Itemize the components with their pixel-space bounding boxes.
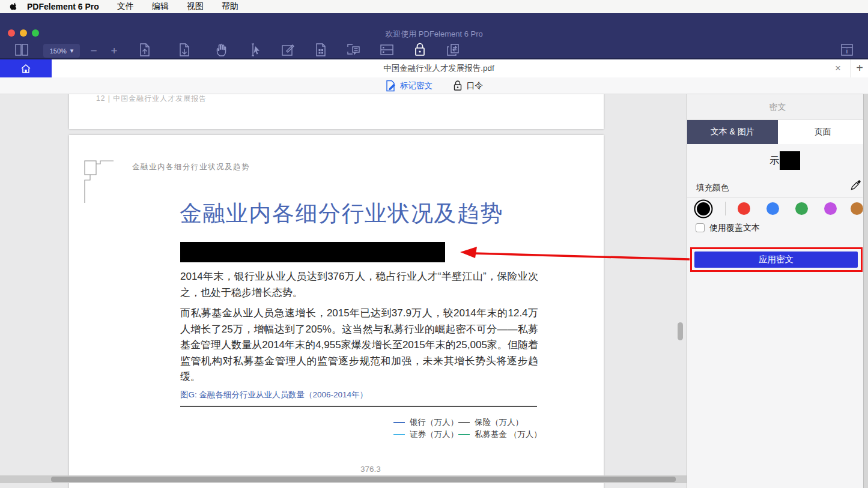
convert-icon [437,41,469,59]
page-down-icon [168,41,201,59]
panel-title: 密文 [687,94,868,119]
legend-item-bank: 银行（万人） [393,417,458,428]
chevron-down-icon: ▾ [70,47,74,55]
document-viewport[interactable]: 12 | 中国金融行业人才发展报告 金融业内各细分行业状况及趋势 金融业内各细分… [0,94,687,488]
form-icon [371,41,403,59]
overlay-text-label: 使用覆盖文本 [709,223,760,233]
paragraph: 2014年末，银行业从业人员达到376万人，稳占行业人才“半壁江山”，保险业次之… [180,269,538,301]
format-info-icon: i [831,41,863,59]
mark-redaction-label: 标记密文 [400,80,432,91]
menu-edit[interactable]: 编辑 [152,1,169,12]
view-panes-icon [5,41,38,59]
section-decoration [84,158,118,203]
pdf-page-previous: 12 | 中国金融行业人才发展报告 [69,94,604,129]
menu-file[interactable]: 文件 [117,1,134,12]
eyedropper-icon[interactable] [851,179,861,190]
app-window: PDFelement 6 Pro 文件 编辑 视图 帮助 欢迎使用 PDFele… [0,0,868,488]
color-swatch-purple[interactable] [824,202,837,215]
color-swatch-blue[interactable] [766,202,779,215]
hand-icon [205,41,238,59]
password-label: 口令 [467,80,483,91]
zoom-level-value: 150% [50,47,67,55]
legend-line-swatch [393,422,405,424]
divider [687,197,863,197]
preview-redaction-box [780,151,800,170]
redaction-preview: 示 [687,151,868,173]
overlay-text-checkbox[interactable] [696,223,705,232]
chart-data-label: 376.3 [341,465,401,474]
edit-pencil-icon [272,41,304,59]
macos-menu-bar: PDFelement 6 Pro 文件 编辑 视图 帮助 [0,0,868,13]
legend-item-private-fund: 私募基金 （万人） [458,429,542,440]
redaction-marked-box[interactable] [180,242,445,262]
welcome-text: 欢迎使用 PDFelement 6 Pro [0,29,868,40]
paragraph: 而私募基金从业人员急速增长，2015年已达到37.9万人，较2014年末的12.… [180,306,538,385]
svg-text:i: i [846,48,848,55]
close-tab-icon[interactable]: × [832,59,844,77]
redaction-panel: 密文 文本 & 图片 页面 示 填充颜色 使用覆盖文本 应用密文 [687,94,868,488]
home-tab[interactable] [0,59,52,77]
menu-view[interactable]: 视图 [187,1,204,12]
vertical-scrollbar-thumb[interactable] [678,322,683,340]
password-button[interactable]: 口令 [453,80,483,91]
document-heading: 金融业内各细分行业状况及趋势 [180,199,503,229]
legend-line-swatch [393,434,405,436]
zoom-level-dropdown[interactable]: 150% ▾ [43,44,80,58]
page-footer-text: 12 | 中国金融行业人才发展报告 [96,94,207,104]
page-grid-icon [305,41,337,59]
password-lock-icon [453,80,463,91]
figure-rule [180,406,537,407]
main-toolbar: 欢迎使用 PDFelement 6 Pro 视图 150% ▾ 缩放 − + 上… [0,13,868,58]
preview-sample-text: 示 [769,155,779,167]
section-label: 金融业内各细分行业状况及趋势 [132,162,250,172]
fill-color-label: 填充颜色 [696,182,729,193]
app-title: PDFelement 6 Pro [27,2,99,11]
select-cursor-icon [238,41,271,59]
figure-caption: 图G: 金融各细分行业从业人员数量（2006-2014年） [180,390,368,400]
panel-tabs: 文本 & 图片 页面 [687,120,868,144]
comment-icon [338,41,370,59]
zoom-out-button[interactable]: − [88,44,100,58]
page-up-icon [129,41,161,59]
color-swatch-black-selected[interactable] [697,202,710,215]
zoom-in-button[interactable]: + [108,44,120,58]
home-icon [20,64,31,74]
redact-pencil-icon [385,80,396,92]
legend-item-insurance: 保险（万人） [458,417,523,428]
swatch-divider [725,202,726,215]
legend-line-swatch [458,422,470,424]
legend-line-swatch [458,434,470,436]
document-tab-title: 中国金融行业人才发展报告.pdf [52,59,826,77]
legend-item-securities: 证券（万人） [393,429,458,440]
tab-text-and-image[interactable]: 文本 & 图片 [687,120,778,144]
protect-sub-toolbar: 标记密文 口令 [0,77,868,94]
new-tab-icon[interactable]: + [851,59,868,77]
tab-page[interactable]: 页面 [778,120,868,144]
apply-redaction-button[interactable]: 应用密文 [694,252,858,268]
horizontal-scrollbar-thumb[interactable] [51,477,676,482]
tab-bar: 中国金融行业人才发展报告.pdf × + [0,58,868,77]
color-swatch-orange[interactable] [851,202,863,215]
pdf-page-current: 金融业内各细分行业状况及趋势 金融业内各细分行业状况及趋势 2014年末，银行业… [69,135,604,488]
panel-scrollbar-track[interactable] [863,94,868,488]
color-swatch-green[interactable] [795,202,808,215]
mark-redaction-button[interactable]: 标记密文 [385,80,432,92]
horizontal-scrollbar-track[interactable] [0,475,687,483]
lock-icon [404,41,436,59]
menu-help[interactable]: 帮助 [222,1,238,12]
apple-icon[interactable] [10,2,19,11]
color-swatch-red[interactable] [738,202,750,215]
